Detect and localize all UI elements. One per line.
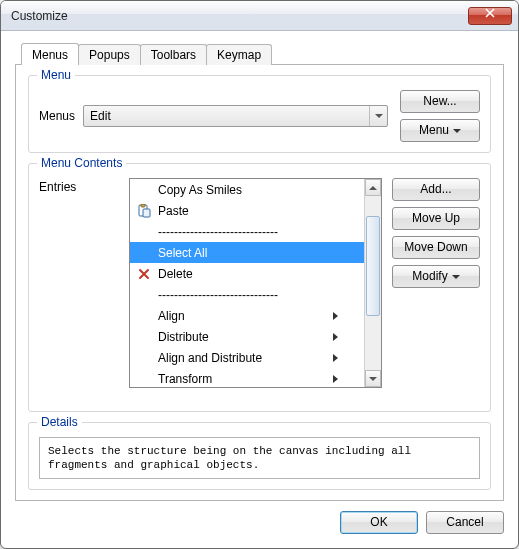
list-item[interactable]: Align [130,305,364,326]
button-label: New... [423,94,456,108]
list-item[interactable]: ------------------------------ [130,284,364,305]
list-item[interactable]: Copy As Smiles [130,179,364,200]
spacer-icon [136,350,152,366]
cancel-button[interactable]: Cancel [426,511,504,534]
dialog-footer: OK Cancel [15,501,504,534]
submenu-arrow-icon [333,354,338,362]
dialog-body: Menus Popups Toolbars Keymap Menu Menus … [1,31,518,548]
ok-button[interactable]: OK [340,511,418,534]
list-item[interactable]: Align and Distribute [130,347,364,368]
vertical-scrollbar[interactable] [364,179,381,387]
entries-label: Entries [39,178,119,388]
tab-popups[interactable]: Popups [78,44,141,65]
menu-dropdown-button[interactable]: Menu [400,119,480,142]
button-label: OK [370,515,387,529]
button-label: Menu [419,123,449,137]
move-down-button[interactable]: Move Down [392,236,480,259]
menus-label: Menus [39,109,75,123]
chevron-up-icon [369,186,377,190]
tab-label: Menus [32,48,68,62]
chevron-down-icon [369,377,377,381]
spacer-icon [136,308,152,324]
spacer-icon [136,287,152,303]
tab-label: Popups [89,48,130,62]
list-item-label: ------------------------------ [158,288,358,302]
list-item-label: Distribute [158,330,327,344]
spacer-icon [136,245,152,261]
menu-legend: Menu [37,68,75,82]
details-legend: Details [37,415,82,429]
tab-strip: Menus Popups Toolbars Keymap [15,41,504,65]
add-button[interactable]: Add... [392,178,480,201]
spacer-icon [136,182,152,198]
customize-dialog: Customize Menus Popups Toolbars Keymap M… [0,0,519,549]
submenu-arrow-icon [333,312,338,320]
menus-combo-value: Edit [90,109,111,123]
list-item-label: Transform [158,372,327,386]
entries-listbox[interactable]: Copy As SmilesPaste---------------------… [129,178,382,388]
list-item-label: ------------------------------ [158,225,358,239]
menu-group: Menu Menus Edit New... [28,75,491,153]
list-item-label: Select All [158,246,358,260]
scroll-up-button[interactable] [365,179,381,196]
tab-label: Toolbars [151,48,196,62]
spacer-icon [136,329,152,345]
details-text: Selects the structure being on the canva… [39,437,480,479]
titlebar: Customize [1,1,518,31]
tab-keymap[interactable]: Keymap [206,44,272,65]
list-item-label: Paste [158,204,358,218]
svg-rect-1 [141,204,145,207]
list-item[interactable]: Delete [130,263,364,284]
list-item-label: Copy As Smiles [158,183,358,197]
button-label: Modify [412,269,447,283]
button-label: Cancel [446,515,483,529]
button-label: Move Up [412,211,460,225]
tab-toolbars[interactable]: Toolbars [140,44,207,65]
scroll-thumb[interactable] [366,216,380,316]
tab-label: Keymap [217,48,261,62]
spacer-icon [136,371,152,387]
button-label: Add... [420,182,451,196]
delete-icon [136,266,152,282]
list-item-label: Align [158,309,327,323]
scroll-track[interactable] [365,196,381,370]
list-item[interactable]: Transform [130,368,364,387]
chevron-down-icon [452,275,460,279]
list-item-label: Align and Distribute [158,351,327,365]
modify-dropdown-button[interactable]: Modify [392,265,480,288]
menus-combo[interactable]: Edit [83,105,388,127]
chevron-down-icon [369,106,387,126]
window-title: Customize [11,9,468,23]
details-group: Details Selects the structure being on t… [28,422,491,490]
list-item[interactable]: ------------------------------ [130,221,364,242]
list-item[interactable]: Distribute [130,326,364,347]
tab-panel: Menu Menus Edit New... [15,65,504,501]
submenu-arrow-icon [333,333,338,341]
contents-group: Menu Contents Entries Copy As SmilesPast… [28,163,491,412]
scroll-down-button[interactable] [365,370,381,387]
chevron-down-icon [453,129,461,133]
entries-buttons: Add... Move Up Move Down Modify [392,178,480,388]
list-item-label: Delete [158,267,358,281]
svg-rect-2 [143,209,150,217]
submenu-arrow-icon [333,375,338,383]
move-up-button[interactable]: Move Up [392,207,480,230]
button-label: Move Down [404,240,467,254]
spacer-icon [136,224,152,240]
new-button[interactable]: New... [400,90,480,113]
close-button[interactable] [468,7,512,25]
close-icon [485,8,495,18]
contents-legend: Menu Contents [37,156,126,170]
list-item[interactable]: Paste [130,200,364,221]
paste-icon [136,203,152,219]
tab-menus[interactable]: Menus [21,43,79,65]
list-item[interactable]: Select All [130,242,364,263]
